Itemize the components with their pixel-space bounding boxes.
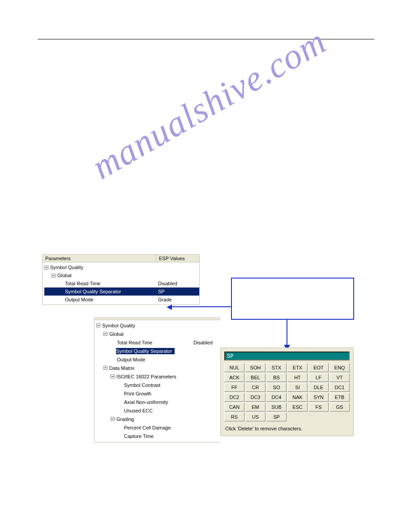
ascii-btn-enq[interactable]: ENQ [330, 363, 350, 372]
tree2-node-percent-cell-damage[interactable]: Percent Cell Damage [96, 423, 220, 432]
ascii-current-value[interactable]: SP [224, 352, 350, 360]
tree2-node-print-growth[interactable]: Print Growth [96, 389, 220, 398]
tree1-body: Symbol Quality Global Total Read Time Di… [43, 262, 199, 305]
tree2-label: Global [108, 331, 124, 337]
tree1-label: Global [56, 273, 72, 278]
ascii-btn-fs[interactable]: FS [308, 403, 329, 412]
ascii-btn-soh[interactable]: SOH [245, 363, 265, 372]
watermark-text: manualshive.com [85, 21, 333, 188]
expander-icon[interactable] [111, 374, 115, 378]
ascii-btn-dc1[interactable]: DC1 [330, 383, 350, 392]
tree2-node-symbol-quality-separator[interactable]: Symbol Quality Separator [96, 347, 220, 355]
expander-icon[interactable] [44, 266, 48, 270]
ascii-btn-ack[interactable]: ACK [224, 373, 244, 382]
ascii-btn-bs[interactable]: BS [266, 373, 287, 382]
expander-icon[interactable] [51, 274, 56, 278]
tree1-column-parameters[interactable]: Parameters [43, 255, 156, 262]
expander-icon[interactable] [103, 366, 107, 370]
tree1-node-total-read-time[interactable]: Total Read Time Disabled [44, 279, 199, 287]
ascii-btn-rs[interactable]: RS [224, 412, 244, 421]
ascii-btn-dc4[interactable]: DC4 [266, 393, 287, 402]
ascii-btn-nul[interactable]: NUL [224, 363, 244, 372]
tree2-value: Disabled [193, 340, 220, 345]
tree1-label: Symbol Quality Separator [64, 289, 121, 294]
tree1-node-symbol-quality[interactable]: Symbol Quality [44, 263, 199, 271]
tree2-label: Data Matrix [108, 365, 134, 371]
tree2-label: Print Growth [123, 391, 151, 396]
callout-box [231, 278, 354, 320]
ascii-btn-us[interactable]: US [245, 412, 265, 421]
expander-icon[interactable] [111, 417, 115, 421]
ascii-btn-cr[interactable]: CR [245, 383, 265, 392]
tree2-label: Symbol Quality Separator [116, 348, 175, 354]
ascii-btn-dc3[interactable]: DC3 [245, 393, 265, 402]
tree2-node-axial[interactable]: Axial Non-uniformity [96, 398, 220, 406]
tree2-node-grading[interactable]: Grading [96, 415, 220, 423]
ascii-btn-stx[interactable]: STX [266, 363, 287, 372]
arrow-left-icon [167, 305, 172, 310]
ascii-btn-dle[interactable]: DLE [308, 383, 329, 392]
ascii-btn-gs[interactable]: GS [330, 403, 350, 412]
tree1-node-output-mode[interactable]: Output Mode Grade [44, 296, 199, 304]
tree1-node-symbol-quality-separator[interactable]: Symbol Quality Separator SP [44, 287, 199, 296]
expander-icon[interactable] [96, 323, 100, 327]
tree2-label: Percent Cell Damage [123, 425, 171, 430]
ascii-button-grid: NUL SOH STX ETX EOT ENQ ACK BEL BS HT LF… [224, 363, 350, 421]
tree1-label: Output Mode [64, 297, 94, 302]
ascii-panel: SP NUL SOH STX ETX EOT ENQ ACK BEL BS HT… [220, 348, 354, 436]
ascii-btn-lf[interactable]: LF [308, 373, 329, 382]
ascii-btn-syn[interactable]: SYN [308, 393, 329, 402]
tree-panel-1: Parameters ESP Values Symbol Quality Glo… [42, 254, 200, 305]
ascii-btn-so[interactable]: SO [266, 383, 287, 392]
tree2-label: Symbol Contrast [123, 382, 160, 388]
ascii-btn-can[interactable]: CAN [224, 403, 244, 412]
tree2-label: Capture Time [123, 433, 154, 439]
ascii-btn-dc2[interactable]: DC2 [224, 393, 244, 402]
tree2-label: Grading [116, 416, 134, 422]
tree1-node-global[interactable]: Global [44, 271, 199, 279]
ascii-btn-ht[interactable]: HT [287, 373, 308, 382]
tree2-column-blank[interactable] [94, 318, 220, 320]
ascii-btn-sub[interactable]: SUB [266, 403, 287, 412]
tree2-label: Total Read Time [116, 340, 152, 345]
ascii-btn-etb[interactable]: ETB [330, 393, 350, 402]
tree1-header: Parameters ESP Values [43, 255, 199, 262]
tree2-node-data-matrix[interactable]: Data Matrix [96, 364, 220, 372]
ascii-btn-esc[interactable]: ESC [287, 403, 308, 412]
ascii-btn-eot[interactable]: EOT [308, 363, 329, 372]
arrow-connector [287, 320, 287, 347]
tree2-node-symbol-contrast[interactable]: Symbol Contrast [96, 381, 220, 389]
tree2-label: Axial Non-uniformity [123, 399, 168, 405]
tree2-node-total-read-time[interactable]: Total Read Time Disabled [96, 338, 220, 347]
tree2-header [94, 318, 220, 320]
tree2-node-isoiec[interactable]: ISO/IEC 16022 Parameters [96, 372, 220, 381]
tree2-node-unused-ecc[interactable]: Unused ECC [96, 406, 220, 415]
ascii-btn-ff[interactable]: FF [224, 383, 244, 392]
tree2-label: Symbol Quality [101, 323, 135, 328]
page-rule [38, 39, 374, 39]
expander-icon[interactable] [103, 332, 107, 336]
ascii-btn-sp[interactable]: SP [266, 412, 287, 421]
tree1-value: SP [158, 289, 199, 294]
ascii-btn-si[interactable]: SI [287, 383, 308, 392]
tree1-label: Symbol Quality [49, 265, 83, 270]
tree2-label: ISO/IEC 16022 Parameters [116, 374, 176, 379]
arrow-connector [172, 306, 232, 307]
ascii-hint-text: Click 'Delete' to remove characters. [224, 425, 350, 432]
tree2-label: Output Mode [116, 357, 146, 362]
tree2-node-capture-time[interactable]: Capture Time [96, 432, 220, 440]
tree1-value: Grade [158, 297, 199, 302]
ascii-btn-em[interactable]: EM [245, 403, 265, 412]
ascii-btn-nak[interactable]: NAK [287, 393, 308, 402]
tree2-node-output-mode[interactable]: Output Mode [96, 355, 220, 364]
tree1-label: Total Read Time [64, 281, 100, 286]
ascii-btn-vt[interactable]: VT [330, 373, 350, 382]
ascii-btn-etx[interactable]: ETX [287, 363, 308, 372]
tree-panel-2: Symbol Quality Global Total Read Time Di… [94, 317, 220, 442]
ascii-btn-bel[interactable]: BEL [245, 373, 265, 382]
tree1-value: Disabled [158, 281, 199, 286]
tree2-label: Unused ECC [123, 408, 153, 413]
tree1-column-values[interactable]: ESP Values [156, 255, 199, 262]
tree2-node-symbol-quality[interactable]: Symbol Quality [96, 321, 220, 330]
tree2-node-global[interactable]: Global [96, 330, 220, 338]
